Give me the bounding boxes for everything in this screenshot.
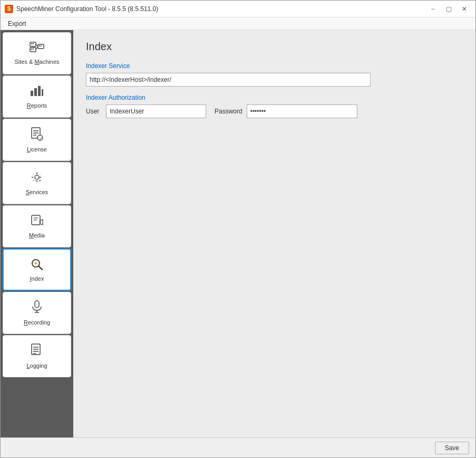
save-button[interactable]: Save	[435, 442, 469, 454]
svg-rect-7	[39, 45, 40, 46]
sidebar-item-media[interactable]: Media	[3, 205, 71, 247]
logging-icon	[31, 344, 43, 360]
user-label: User	[86, 108, 102, 115]
recording-icon	[31, 300, 43, 317]
sidebar-item-label-services: Services	[26, 189, 48, 195]
sidebar-item-label-media: Media	[29, 232, 45, 238]
svg-rect-4	[31, 49, 32, 50]
sidebar-item-services[interactable]: Services	[3, 162, 71, 204]
indexer-auth-label: Indexer Authorization	[86, 94, 463, 101]
menu-bar: Export	[1, 17, 475, 30]
password-input[interactable]	[247, 104, 357, 118]
svg-rect-14	[42, 89, 43, 96]
sidebar-item-label-logging: Logging	[26, 362, 47, 369]
sidebar-item-label-reports: Reports	[27, 102, 47, 109]
sites-machines-icon	[30, 42, 44, 56]
title-bar: S SpeechMiner Configuration Tool - 8.5.5…	[1, 1, 475, 17]
sidebar-item-reports[interactable]: Reports	[3, 75, 71, 118]
minimize-button[interactable]: −	[426, 4, 440, 14]
maximize-button[interactable]: ▢	[442, 4, 455, 14]
svg-rect-13	[38, 86, 41, 96]
svg-point-21	[35, 175, 39, 179]
page-title: Index	[86, 41, 463, 53]
app-icon: S	[5, 5, 13, 13]
svg-rect-2	[33, 43, 34, 44]
sidebar-item-sites-machines[interactable]: Sites & Machines	[3, 32, 71, 74]
export-menu[interactable]: Export	[5, 19, 30, 28]
indexer-service-input[interactable]	[86, 73, 371, 87]
svg-line-26	[39, 266, 43, 270]
svg-rect-5	[33, 49, 34, 50]
sidebar-item-license[interactable]: ✓ License	[3, 119, 71, 161]
indexer-auth-section: Indexer Authorization User Password	[86, 94, 463, 118]
sidebar: Sites & Machines Reports	[1, 30, 73, 437]
svg-text:✓: ✓	[39, 136, 43, 141]
indexer-service-label: Indexer Service	[86, 62, 463, 70]
indexer-service-section: Indexer Service	[86, 62, 463, 87]
sidebar-item-label-sites-machines: Sites & Machines	[15, 59, 60, 65]
user-input[interactable]	[106, 104, 206, 118]
svg-rect-11	[31, 91, 33, 96]
index-icon	[30, 257, 44, 273]
window-controls: − ▢ ✕	[426, 4, 471, 14]
media-icon	[30, 214, 44, 230]
svg-rect-12	[34, 88, 37, 96]
sidebar-item-label-recording: Recording	[24, 319, 50, 326]
svg-rect-1	[31, 43, 32, 44]
services-icon	[30, 171, 44, 187]
auth-row: User Password	[86, 104, 463, 118]
password-label: Password	[215, 108, 242, 115]
close-button[interactable]: ✕	[458, 4, 471, 14]
main-panel: Index Indexer Service Indexer Authorizat…	[73, 30, 475, 437]
sidebar-item-index[interactable]: Index	[3, 249, 71, 291]
content-area: Sites & Machines Reports	[1, 30, 475, 437]
footer-bar: Save	[1, 437, 475, 457]
main-window: S SpeechMiner Configuration Tool - 8.5.5…	[0, 0, 476, 458]
reports-icon	[30, 84, 44, 100]
sidebar-item-logging[interactable]: Logging	[3, 335, 71, 377]
sidebar-item-label-index: Index	[30, 275, 44, 282]
title-bar-left: S SpeechMiner Configuration Tool - 8.5.5…	[5, 5, 158, 13]
svg-rect-8	[41, 45, 42, 46]
svg-rect-29	[35, 301, 39, 308]
sidebar-item-recording[interactable]: Recording	[3, 292, 71, 334]
sidebar-item-label-license: License	[27, 146, 47, 152]
window-title: SpeechMiner Configuration Tool - 8.5.5 (…	[16, 5, 158, 13]
license-icon: ✓	[31, 127, 43, 144]
